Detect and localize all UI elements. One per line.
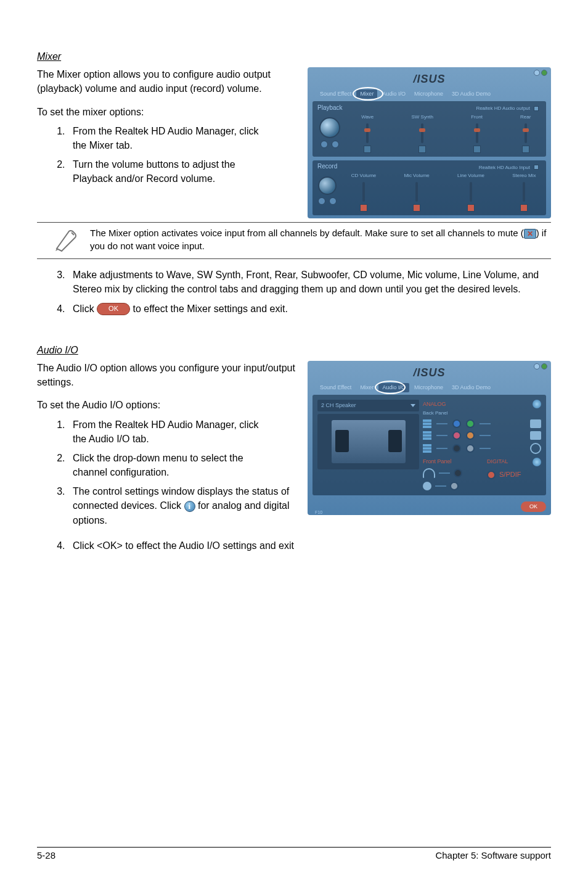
mute-mic[interactable]: [413, 204, 420, 212]
speaker-diagram: [317, 414, 419, 469]
back-panel-label: Back Panel: [423, 410, 541, 417]
jack-side[interactable]: [466, 444, 475, 453]
jack-mic[interactable]: [452, 431, 461, 440]
audioio-screenshot: /ISUS Sound Effect Mixer Audio I/O Micro…: [308, 361, 551, 515]
audioio-heading: Audio I/O: [37, 343, 551, 357]
tab-sound-effect[interactable]: Sound Effect: [316, 89, 355, 99]
audioio-set-intro: To set the Audio I/O options:: [37, 398, 295, 412]
jack-rear[interactable]: [452, 444, 461, 453]
audioio-step-3: The control settings window displays the…: [68, 484, 295, 527]
mute-line[interactable]: [467, 204, 475, 212]
mute-cd[interactable]: [360, 204, 367, 212]
chevron-down-icon: [410, 404, 415, 407]
playback-prev-icon[interactable]: [321, 141, 328, 148]
tab-audio-io[interactable]: Audio I/O: [378, 383, 409, 392]
record-dial[interactable]: [318, 176, 337, 195]
ok-button[interactable]: OK: [521, 501, 546, 512]
mixer-step-2: Turn the volume buttons to adjust the Pl…: [68, 157, 271, 186]
slider-line[interactable]: Line Volume: [457, 172, 484, 212]
dropdown-icon[interactable]: [534, 106, 539, 111]
tab-3d-audio[interactable]: 3D Audio Demo: [448, 383, 494, 392]
mixer-set-intro: To set the mixer options:: [37, 105, 295, 119]
playback-next-icon[interactable]: [332, 141, 339, 148]
hint-key: F10: [315, 510, 322, 515]
analog-label: ANALOG: [423, 400, 446, 408]
mic-icon: [423, 482, 431, 490]
audioio-step-4: Click <OK> to effect the Audio I/O setti…: [68, 538, 551, 553]
close-icon[interactable]: [541, 70, 547, 76]
slider-cd[interactable]: CD Volume: [351, 172, 376, 212]
info-icon[interactable]: [533, 458, 541, 466]
slider-front[interactable]: Front: [471, 113, 483, 153]
front-jack-mic[interactable]: [450, 482, 459, 490]
audioio-step-2: Click the drop-down menu to select the c…: [68, 451, 271, 479]
spdif-label: S/PDIF: [499, 470, 521, 480]
mute-stereo[interactable]: [520, 204, 528, 212]
headphone-icon: [423, 468, 435, 478]
tab-microphone[interactable]: Microphone: [410, 383, 447, 392]
audioio-intro: The Audio I/O option allows you configur…: [37, 361, 295, 389]
mute-front[interactable]: [473, 146, 481, 153]
tab-mixer[interactable]: Mixer: [356, 383, 377, 392]
mixer-step-3: Make adjustments to Wave, SW Synth, Fron…: [68, 268, 551, 296]
channel-dropdown[interactable]: 2 CH Speaker: [317, 400, 419, 411]
tab-mixer[interactable]: Mixer: [356, 89, 377, 99]
digital-label: DIGITAL: [487, 458, 508, 466]
minimize-icon[interactable]: [534, 363, 540, 369]
info-icon[interactable]: [533, 400, 541, 408]
mixer-intro: The Mixer option allows you to configure…: [37, 67, 295, 96]
mute-wave[interactable]: [364, 146, 371, 153]
footer-divider: [37, 847, 551, 848]
jack-line-in[interactable]: [452, 419, 461, 428]
mute-icon: [524, 229, 536, 239]
info-icon: [184, 501, 195, 512]
audioio-step-1: From the Realtek HD Audio Manager, click…: [68, 418, 271, 446]
mute-rear[interactable]: [522, 146, 529, 153]
page-number: 5-28: [37, 849, 55, 862]
tab-microphone[interactable]: Microphone: [410, 89, 447, 99]
speaker-icon: [530, 431, 541, 440]
front-jack-hp[interactable]: [454, 469, 462, 477]
chapter-label: Chapter 5: Software support: [435, 849, 551, 862]
ok-button-inline: OK: [97, 303, 130, 315]
slider-mic[interactable]: Mic Volume: [404, 172, 429, 212]
dropdown-icon[interactable]: [534, 165, 539, 170]
mic-icon: [530, 443, 541, 454]
minimize-icon[interactable]: [534, 70, 540, 76]
jack-line-out[interactable]: [466, 419, 475, 428]
note-icon: [54, 228, 79, 252]
tab-3d-audio[interactable]: 3D Audio Demo: [448, 89, 494, 99]
mixer-step-1: From the Realtek HD Audio Manager, click…: [68, 124, 271, 152]
jack-center[interactable]: [466, 431, 475, 440]
front-panel-label: Front Panel: [423, 458, 477, 466]
close-icon[interactable]: [541, 363, 547, 369]
record-device: Realtek HD Audio Input: [479, 164, 530, 171]
slider-wave[interactable]: Wave: [361, 113, 374, 153]
mixer-heading: Mixer: [37, 49, 551, 64]
mute-swsynth[interactable]: [419, 146, 426, 153]
slider-rear[interactable]: Rear: [520, 113, 531, 153]
brand-logo: /ISUS: [413, 71, 445, 87]
coax-jack[interactable]: [487, 471, 496, 479]
record-next-icon[interactable]: [329, 197, 337, 205]
slider-swsynth[interactable]: SW Synth: [411, 113, 433, 153]
tab-sound-effect[interactable]: Sound Effect: [316, 383, 355, 392]
playback-dial[interactable]: [319, 117, 340, 138]
playback-label: Playback: [317, 104, 343, 113]
slider-stereo[interactable]: Stereo Mix: [512, 172, 536, 212]
record-label: Record: [317, 162, 337, 171]
brand-logo: /ISUS: [413, 365, 445, 381]
mixer-note: The Mixer option activates voice input f…: [90, 225, 551, 252]
speaker-icon: [530, 419, 541, 428]
playback-device: Realtek HD Audio output: [476, 105, 530, 112]
mixer-screenshot: /ISUS Sound Effect Mixer Audio I/O Micro…: [308, 67, 551, 218]
mixer-step-4: Click OK to effect the Mixer settings an…: [68, 302, 551, 316]
record-prev-icon[interactable]: [318, 197, 325, 205]
